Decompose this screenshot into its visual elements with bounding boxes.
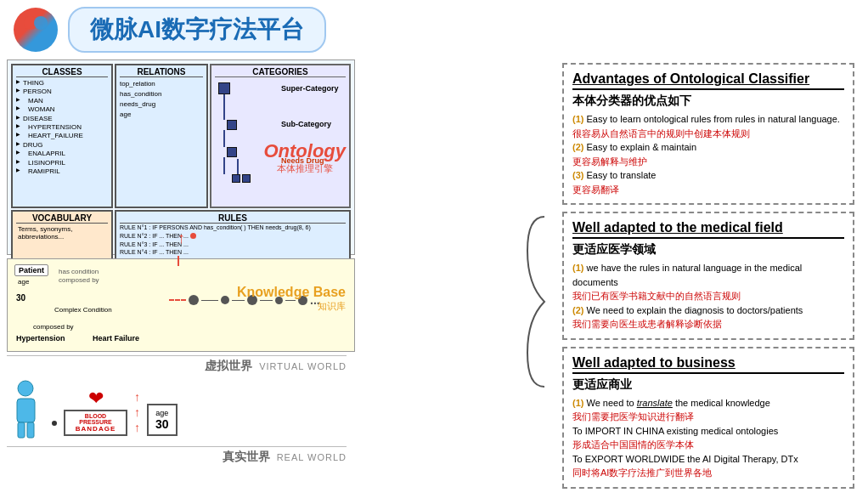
class-heart-failure: HEART_FAILURE (16, 132, 108, 140)
bp-title: BLOOD PRESSURE (69, 413, 122, 425)
adv2-item1-cn: 我们已有医学书籍文献中的自然语言规则 (572, 289, 844, 303)
relation-top: top_relation (120, 79, 203, 89)
bp-box: BLOOD PRESSURE BANDAGE (64, 410, 127, 436)
adv1-body: (1) Easy to learn ontological rules from… (572, 112, 844, 196)
heart-failure-label: Heart Failure (93, 334, 139, 343)
adv1-item1-cn: 很容易从自然语言中的规则中创建本体规则 (572, 127, 844, 141)
connector-dot (52, 421, 57, 426)
knowledge-base-box: Patient age has condition composed by 30… (7, 258, 355, 352)
relation-age: age (120, 110, 203, 120)
adv2-item2: (2) We need to explain the diagnosis to … (572, 303, 844, 318)
relation-drug: needs_drug (120, 99, 203, 110)
rule-3: RULE N°3 : IF ... THEN ... (120, 241, 346, 249)
advantage-card-2: Well adapted to the medical field 更适应医学领… (562, 212, 854, 340)
arrow-up-3: ↑ (134, 421, 140, 434)
composed-by2-label: composed by (33, 323, 74, 331)
adv3-cn2: 形成适合中国国情的医学本体 (572, 438, 844, 452)
categories-title: CATEGORIES (215, 67, 346, 77)
real-world-en: REAL WORLD (277, 452, 347, 462)
adv1-title-en: Advantages of Ontological Classifier (572, 71, 844, 90)
bp-brand: BANDAGE (69, 425, 122, 433)
class-woman: WOMAN (16, 105, 108, 114)
main-content: CLASSES THING PERSON MAN WOMAN DISEASE H… (0, 59, 868, 504)
brace-connector (523, 93, 549, 504)
up-arrows: ↑ ↑ ↑ (134, 390, 140, 434)
adv3-cn3: 同时将AI数字疗法推广到世界各地 (572, 466, 844, 480)
relations-box: RELATIONS top_relation has_condition nee… (115, 64, 208, 208)
left-panel: CLASSES THING PERSON MAN WOMAN DISEASE H… (7, 59, 516, 504)
advantage-card-3: Well adapted to business 更适应商业 (1) We ne… (562, 347, 854, 489)
adv1-item3-cn: 更容易翻译 (572, 183, 844, 197)
super-category-label: Super-Category (281, 82, 339, 94)
adv2-title-en: Well adapted to the medical field (572, 220, 844, 239)
translate-word: translate (637, 398, 673, 408)
adv3-export: To EXPORT WORLDWIDE the AI Digital Thera… (572, 452, 844, 467)
age-label: age (155, 409, 169, 417)
bp-device: ❤ BLOOD PRESSURE BANDAGE (64, 388, 127, 436)
class-disease: DISEASE (16, 115, 108, 123)
adv2-body: (1) we have the rules in natural languag… (572, 261, 844, 331)
has-condition-label: has condition (59, 268, 99, 275)
classes-title: CLASSES (16, 67, 108, 77)
class-man: MAN (16, 97, 108, 105)
adv3-item1: (1) We need to translate the medical kno… (572, 396, 844, 411)
adv1-title-cn: 本体分类器的优点如下 (572, 93, 844, 109)
world-section: 虚拟世界 VIRTUAL WORLD (7, 355, 516, 467)
advantage-card-1: Advantages of Ontological Classifier 本体分… (562, 63, 854, 205)
vocab-content: Terms, synonyms, abbreviations... (18, 225, 106, 241)
class-thing: THING (16, 79, 108, 88)
adv3-cn1: 我们需要把医学知识进行翻译 (572, 410, 844, 424)
sub-category-label: Sub-Category (281, 118, 339, 130)
adv3-title-en: Well adapted to business (572, 355, 844, 374)
complex-condition-label: Complex Condition (54, 306, 112, 314)
class-person: PERSON (16, 88, 108, 96)
age-box: age 30 (147, 404, 178, 436)
adv1-item1: (1) Easy to learn ontological rules from… (572, 112, 844, 127)
svg-point-2 (18, 381, 33, 396)
adv3-title-cn: 更适应商业 (572, 377, 844, 393)
ontology-top-row: CLASSES THING PERSON MAN WOMAN DISEASE H… (11, 64, 351, 208)
adv2-item2-cn: 我们需要向医生或患者解释诊断依据 (572, 317, 844, 331)
kb-title-cn: 知识库 (237, 300, 346, 313)
adv1-item2-cn: 更容易解释与维护 (572, 155, 844, 169)
header: 微脉AI数字疗法平台 (0, 0, 868, 59)
categories-box: CATEGORIES (210, 64, 351, 208)
arrow-up-2: ↑ (134, 405, 140, 419)
vocabulary-box: VOCABULARY Terms, synonyms, abbreviation… (11, 210, 113, 260)
class-ramipril: RAMIPRIL (16, 167, 108, 176)
arrow-up-1: ↑ (134, 390, 140, 404)
svg-rect-5 (27, 422, 34, 438)
logo-icon (14, 8, 58, 52)
svg-rect-4 (18, 422, 25, 438)
class-drug: DRUG (16, 141, 108, 150)
adv1-item3: (3) Easy to translate (572, 168, 844, 183)
rules-title: RULES (120, 213, 346, 224)
person-figure (7, 380, 45, 443)
real-world-cn: 真实世界 (223, 450, 270, 465)
knowledge-base-label: Knowledge Base 知识库 (237, 285, 346, 313)
rule-2: RULE N°2 : IF ... THEN ... (120, 232, 346, 241)
advantages-section: Advantages of Ontological Classifier 本体分… (555, 59, 861, 504)
arrow-up-icon: ↑ (178, 229, 185, 247)
relation-condition: has_condition (120, 89, 203, 99)
adv1-item2: (2) Easy to explain & maintain (572, 140, 844, 155)
adv3-import: To IMPORT IN CHINA existing medical onto… (572, 424, 844, 439)
adv3-body: (1) We need to translate the medical kno… (572, 396, 844, 480)
patient-node: Patient age (14, 264, 48, 286)
adv2-title-cn: 更适应医学领域 (572, 242, 844, 258)
heart-icon: ❤ (88, 388, 104, 410)
brand-title: 微脉AI数字疗法平台 (68, 7, 326, 53)
ontology-sublabel: 本体推理引擎 (263, 162, 346, 175)
rule-1: RULE N°1 : IF PERSONS AND has_condition(… (120, 224, 346, 232)
virtual-world-cn: 虚拟世界 (205, 359, 252, 374)
composed-by-label: composed by (59, 276, 99, 284)
ontology-title: Ontology (263, 140, 346, 162)
classes-box: CLASSES THING PERSON MAN WOMAN DISEASE H… (11, 64, 113, 208)
vocabulary-title: VOCABULARY (16, 213, 108, 224)
kb-connector-line (178, 256, 179, 266)
class-enalapril: ENALAPRIL (16, 150, 108, 158)
rules-box: RULES RULE N°1 : IF PERSONS AND has_cond… (115, 210, 351, 260)
rule-4: RULE N°4 : IF ... THEN ... (120, 248, 346, 257)
class-lisinopril: LISINOPRIL (16, 159, 108, 167)
virtual-world-row: 虚拟世界 VIRTUAL WORLD (7, 355, 347, 377)
